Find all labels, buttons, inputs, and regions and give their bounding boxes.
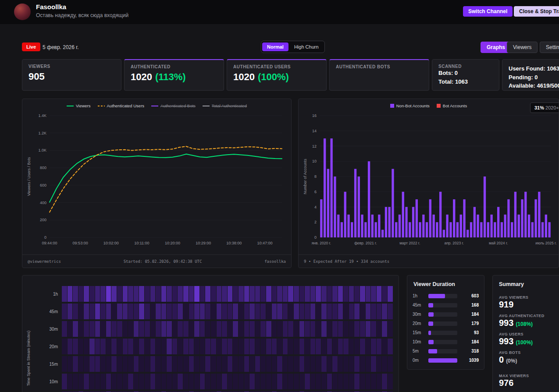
mode-normal-button[interactable]: Normal bbox=[262, 42, 288, 51]
heatmap-cell bbox=[84, 286, 89, 302]
heatmap-cell bbox=[189, 374, 194, 389]
stat-card-authenticated: AUTHENTICATED 1020(113%) bbox=[124, 59, 224, 91]
heatmap-cell bbox=[239, 304, 244, 319]
svg-text:1.4K: 1.4K bbox=[38, 113, 46, 118]
duration-bar-track bbox=[428, 321, 457, 326]
heatmap-cell bbox=[205, 304, 210, 319]
heatmap-cell bbox=[217, 304, 222, 319]
stat-percent: (113%) bbox=[155, 71, 186, 82]
summary-percent: (108%) bbox=[516, 321, 533, 327]
legend-item-authenticated-users[interactable]: Authenticated Users bbox=[98, 103, 145, 108]
legend-item-authenticated-bots[interactable]: Authenticated Bots bbox=[151, 103, 196, 108]
svg-text:10:38:00: 10:38:00 bbox=[226, 241, 242, 245]
heatmap-cell bbox=[283, 356, 288, 372]
duration-label: 15m bbox=[413, 330, 426, 335]
channel-avatar[interactable] bbox=[14, 4, 31, 20]
heatmap-cell bbox=[106, 356, 111, 372]
duration-bar-fill bbox=[428, 358, 457, 363]
heatmap-cell bbox=[161, 374, 167, 389]
heatmap-cell bbox=[62, 321, 67, 337]
legend-item-total-authenticated[interactable]: Total Authenticated bbox=[203, 103, 247, 108]
heatmap-cell bbox=[249, 321, 255, 337]
heatmap-cell bbox=[239, 374, 244, 389]
svg-text:10:02:00: 10:02:00 bbox=[103, 241, 119, 245]
svg-text:1.0K: 1.0K bbox=[38, 148, 46, 152]
heatmap-cell bbox=[189, 356, 194, 372]
svg-text:май 2024 г.: май 2024 г. bbox=[489, 241, 508, 245]
heatmap-cell bbox=[145, 374, 150, 389]
heatmap-cell bbox=[360, 356, 365, 372]
heatmap-cell bbox=[194, 356, 199, 372]
heatmap-cell bbox=[332, 374, 338, 389]
heatmap-cell bbox=[200, 321, 205, 337]
heatmap-cell bbox=[366, 339, 371, 354]
mode-high-churn-button[interactable]: High Churn bbox=[289, 42, 324, 51]
heatmap-cell bbox=[277, 356, 282, 372]
summary-item-value: 976 bbox=[499, 378, 559, 388]
summary-item-label: AVG VIEWERS bbox=[499, 295, 559, 300]
heatmap-cell bbox=[338, 356, 343, 372]
duration-bar-track bbox=[428, 358, 457, 363]
heatmap-cell bbox=[111, 374, 117, 389]
heatmap-cell bbox=[321, 304, 327, 319]
legend-item-nonbot-accounts[interactable]: Non-Bot Accounts bbox=[390, 103, 430, 108]
heatmap-cell bbox=[294, 356, 299, 372]
heatmap-cell bbox=[194, 374, 199, 389]
duration-bar-fill bbox=[428, 312, 434, 317]
heatmap-cell bbox=[73, 356, 78, 372]
heatmap-cell bbox=[360, 339, 365, 354]
heatmap-cell bbox=[366, 286, 371, 302]
summary-number: 919 bbox=[499, 300, 513, 309]
stat-label: SCANNED bbox=[438, 64, 493, 69]
heatmap-cell bbox=[150, 321, 156, 337]
heatmap-cell bbox=[388, 339, 393, 354]
heatmap-cell bbox=[354, 321, 360, 337]
svg-text:10:20:00: 10:20:00 bbox=[165, 241, 180, 245]
svg-text:09:53:00: 09:53:00 bbox=[73, 241, 88, 245]
account-age-chart: 0246810121416янв. 2020 г.февр. 2021 г.ма… bbox=[301, 111, 557, 252]
legend-item-bot-accounts[interactable]: Bot Accounts bbox=[437, 103, 467, 108]
heatmap-cell bbox=[377, 321, 382, 337]
tab-viewers[interactable]: Viewers bbox=[507, 42, 538, 53]
heatmap-cell bbox=[111, 339, 117, 354]
heatmap-cell bbox=[84, 356, 89, 372]
viewer-timeline-panel: Viewers Authenticated Users Authenticate… bbox=[22, 99, 292, 268]
summary-item-label: AVG AUTHENTICATED bbox=[499, 314, 559, 318]
scanned-total: Total: 1063 bbox=[438, 78, 493, 86]
heatmap-cell bbox=[123, 356, 128, 372]
heatmap-cell bbox=[106, 374, 111, 389]
summary-item-label: AVG USERS bbox=[499, 332, 559, 336]
heatmap-cell bbox=[117, 321, 122, 337]
duration-row: 45m168 bbox=[413, 300, 479, 310]
svg-text:0: 0 bbox=[314, 235, 317, 240]
heatmap-cell bbox=[211, 356, 216, 372]
heatmap-cell bbox=[338, 339, 343, 354]
heatmap-cell bbox=[89, 339, 95, 354]
heatmap-row: 1h bbox=[48, 286, 393, 302]
duration-row: 20m179 bbox=[413, 319, 479, 328]
duration-bar-track bbox=[428, 349, 457, 353]
line-chart-footer: @viewermetrics Started: 05.02.2026, 09:4… bbox=[22, 254, 291, 268]
heatmap-cell bbox=[382, 374, 387, 389]
heatmap-cell bbox=[89, 321, 95, 337]
close-stop-tracking-button[interactable]: Close & Stop Tracking bbox=[514, 6, 559, 17]
heatmap-cell bbox=[150, 374, 156, 389]
summary-item-value: 0(0%) bbox=[499, 355, 559, 365]
heatmap-cell bbox=[128, 374, 133, 389]
viewers-line-swatch bbox=[67, 106, 74, 106]
duration-bar-fill bbox=[428, 321, 433, 326]
heatmap-cell bbox=[349, 286, 354, 302]
svg-text:10:11:00: 10:11:00 bbox=[134, 241, 149, 245]
heatmap-cell bbox=[106, 321, 111, 337]
tab-settings[interactable]: Settings bbox=[540, 42, 559, 53]
heatmap-cell bbox=[178, 321, 183, 337]
heatmap-cell bbox=[228, 374, 233, 389]
heatmap-grid: 1h45m30m20m15m10m5m0m bbox=[48, 286, 393, 392]
heatmap-cell bbox=[239, 356, 244, 372]
switch-channel-button[interactable]: Switch Channel bbox=[463, 6, 513, 17]
legend-item-viewers[interactable]: Viewers bbox=[67, 103, 91, 108]
top-bar: Fasoollka Оставь надежду, всяк сюда вход… bbox=[0, 0, 559, 24]
heatmap-cell bbox=[249, 356, 255, 372]
heatmap-cell bbox=[156, 304, 161, 319]
heatmap-cell bbox=[249, 304, 255, 319]
